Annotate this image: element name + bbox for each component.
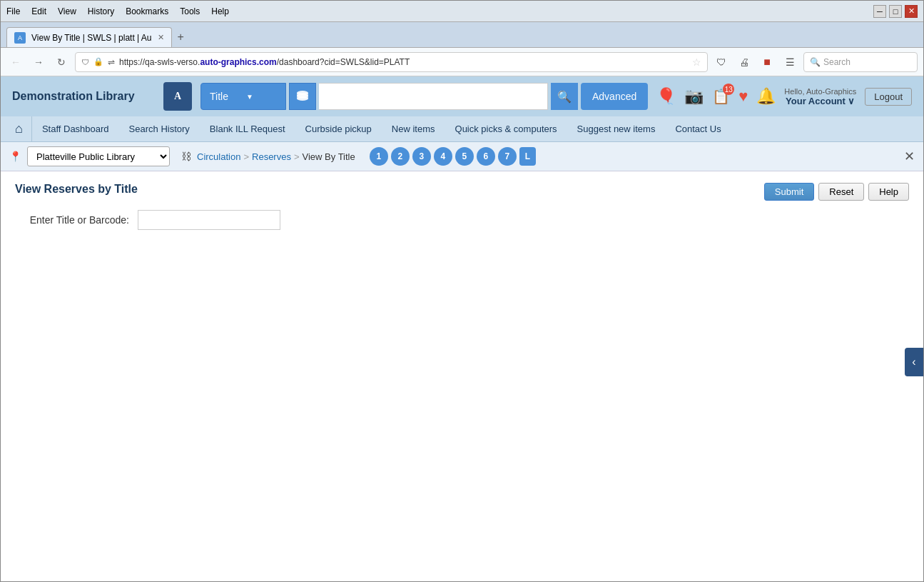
menu-help[interactable]: Help bbox=[211, 6, 229, 16]
help-button[interactable]: Help bbox=[868, 183, 909, 201]
logo-icon: A bbox=[163, 82, 192, 111]
address-box[interactable]: 🛡 🔒 ⇌ https://qa-swls-verso.auto-graphic… bbox=[75, 52, 708, 72]
breadcrumb-circulation[interactable]: Circulation bbox=[197, 151, 240, 162]
advanced-search-button[interactable]: Advanced bbox=[581, 83, 648, 110]
shield-toolbar-icon[interactable]: 🛡 bbox=[712, 53, 731, 71]
bookmark-star[interactable]: ☆ bbox=[692, 56, 701, 68]
pagination-tabs: 1 2 3 4 5 6 7 L bbox=[370, 147, 536, 166]
nav-suggest-new[interactable]: Suggest new items bbox=[567, 116, 666, 141]
menu-history[interactable]: History bbox=[88, 6, 114, 16]
database-select-button[interactable] bbox=[289, 83, 316, 110]
location-icon: 📍 bbox=[9, 151, 21, 162]
search-input[interactable] bbox=[319, 83, 548, 110]
nav-new-items[interactable]: New items bbox=[382, 116, 445, 141]
search-bar: Title ▼ 🔍 Advanced bbox=[200, 83, 648, 110]
shield-icon: 🛡 bbox=[81, 58, 89, 66]
list-badge: 13 bbox=[723, 84, 734, 95]
print-icon[interactable]: 🖨 bbox=[735, 53, 753, 71]
title-barcode-row: Enter Title or Barcode: bbox=[15, 210, 909, 230]
tab-close-button[interactable]: ✕ bbox=[158, 33, 164, 42]
balloon-icon: 🎈 bbox=[656, 87, 676, 106]
toolbar-icons: 🛡 🖨 ■ ☰ bbox=[712, 53, 799, 71]
back-button[interactable]: ← bbox=[6, 53, 25, 71]
list-button[interactable]: 📋 13 bbox=[712, 88, 730, 105]
account-dropdown[interactable]: Your Account ∨ bbox=[784, 96, 856, 106]
nav-items: Staff Dashboard Search History Blank ILL… bbox=[32, 116, 731, 141]
library-selector[interactable]: Platteville Public Library bbox=[27, 146, 170, 166]
page-tab-l[interactable]: L bbox=[519, 147, 536, 166]
browser-frame: File Edit View History Bookmarks Tools H… bbox=[0, 0, 924, 582]
nav-contact-us[interactable]: Contact Us bbox=[665, 116, 731, 141]
page-tab-3[interactable]: 3 bbox=[412, 147, 431, 166]
extension-icon[interactable]: ■ bbox=[758, 53, 776, 71]
reset-button[interactable]: Reset bbox=[818, 183, 864, 201]
bell-icon: 🔔 bbox=[756, 87, 776, 106]
camera-icon: 📷 bbox=[684, 87, 704, 106]
search-type-label: Title bbox=[210, 91, 240, 102]
close-panel-button[interactable]: ✕ bbox=[904, 149, 915, 164]
account-section[interactable]: Hello, Auto-Graphics Your Account ∨ bbox=[784, 87, 856, 106]
nav-blank-ill[interactable]: Blank ILL Request bbox=[200, 116, 295, 141]
breadcrumb-sep-1: > bbox=[243, 151, 249, 162]
hello-text: Hello, Auto-Graphics bbox=[784, 87, 856, 96]
account-chevron-icon: ∨ bbox=[848, 96, 855, 106]
chevron-down-icon: ▼ bbox=[246, 93, 277, 101]
content-area: Submit Reset Help View Reserves by Title… bbox=[1, 171, 923, 581]
main-area: 📍 Platteville Public Library ⛓ Circulati… bbox=[1, 142, 923, 581]
browser-search-box[interactable]: 🔍 Search bbox=[803, 52, 918, 72]
menu-edit[interactable]: Edit bbox=[31, 6, 46, 16]
nav-curbside[interactable]: Curbside pickup bbox=[295, 116, 382, 141]
tab-label: View By Title | SWLS | platt | Au bbox=[31, 33, 152, 43]
page-tab-7[interactable]: 7 bbox=[498, 147, 517, 166]
notifications-button[interactable]: 🔔 bbox=[756, 87, 776, 106]
title-bar: File Edit View History Bookmarks Tools H… bbox=[1, 1, 923, 22]
app-header: Demonstration Library A Title ▼ bbox=[1, 76, 923, 116]
forward-button[interactable]: → bbox=[29, 53, 48, 71]
recommendations-button[interactable]: 🎈 bbox=[656, 87, 676, 106]
lock-icon: 🔒 bbox=[93, 57, 103, 66]
nav-bar: ⌂ Staff Dashboard Search History Blank I… bbox=[1, 116, 923, 142]
breadcrumb-reserves[interactable]: Reserves bbox=[252, 151, 291, 162]
menu-bookmarks[interactable]: Bookmarks bbox=[126, 6, 168, 16]
side-collapse-button[interactable]: ‹ bbox=[905, 348, 923, 376]
page-tab-4[interactable]: 4 bbox=[434, 147, 452, 166]
heart-icon: ♥ bbox=[738, 87, 748, 106]
maximize-button[interactable]: □ bbox=[889, 5, 902, 18]
nav-staff-dashboard[interactable]: Staff Dashboard bbox=[32, 116, 119, 141]
tab-favicon: A bbox=[14, 32, 26, 44]
library-bar: 📍 Platteville Public Library ⛓ Circulati… bbox=[1, 142, 923, 171]
favorites-button[interactable]: ♥ bbox=[738, 87, 748, 106]
svg-point-4 bbox=[297, 96, 308, 101]
close-button[interactable]: ✕ bbox=[905, 5, 918, 18]
window-controls: ─ □ ✕ bbox=[873, 5, 918, 18]
logout-button[interactable]: Logout bbox=[865, 88, 912, 106]
menu-tools[interactable]: Tools bbox=[180, 6, 200, 16]
menu-bar: File Edit View History Bookmarks Tools H… bbox=[6, 6, 229, 16]
home-nav-button[interactable]: ⌂ bbox=[6, 116, 32, 141]
reload-button[interactable]: ↻ bbox=[52, 53, 71, 71]
page-tab-5[interactable]: 5 bbox=[455, 147, 474, 166]
page-tab-1[interactable]: 1 bbox=[370, 147, 388, 166]
page-tab-2[interactable]: 2 bbox=[391, 147, 410, 166]
menu-file[interactable]: File bbox=[6, 6, 20, 16]
new-tab-button[interactable]: + bbox=[172, 27, 190, 47]
scan-button[interactable]: 📷 bbox=[684, 87, 704, 106]
title-barcode-label: Enter Title or Barcode: bbox=[15, 214, 129, 226]
link-icon: ⛓ bbox=[181, 151, 191, 162]
app-content: Demonstration Library A Title ▼ bbox=[1, 76, 923, 581]
menu-view[interactable]: View bbox=[58, 6, 76, 16]
title-barcode-input[interactable] bbox=[138, 210, 280, 230]
browser-tab[interactable]: A View By Title | SWLS | platt | Au ✕ bbox=[6, 27, 172, 47]
url-display: https://qa-swls-verso.auto-graphics.com/… bbox=[119, 57, 688, 67]
nav-quick-picks[interactable]: Quick picks & computers bbox=[445, 116, 567, 141]
search-type-dropdown[interactable]: Title ▼ bbox=[200, 83, 286, 110]
address-bar: ← → ↻ 🛡 🔒 ⇌ https://qa-swls-verso.auto-g… bbox=[1, 48, 923, 76]
minimize-button[interactable]: ─ bbox=[873, 5, 886, 18]
breadcrumb-view-by-title: View By Title bbox=[303, 151, 355, 162]
breadcrumb-sep-2: > bbox=[294, 151, 300, 162]
nav-search-history[interactable]: Search History bbox=[119, 116, 200, 141]
search-button[interactable]: 🔍 bbox=[551, 83, 578, 110]
menu-icon[interactable]: ☰ bbox=[781, 53, 799, 71]
submit-button[interactable]: Submit bbox=[764, 183, 814, 201]
page-tab-6[interactable]: 6 bbox=[477, 147, 495, 166]
